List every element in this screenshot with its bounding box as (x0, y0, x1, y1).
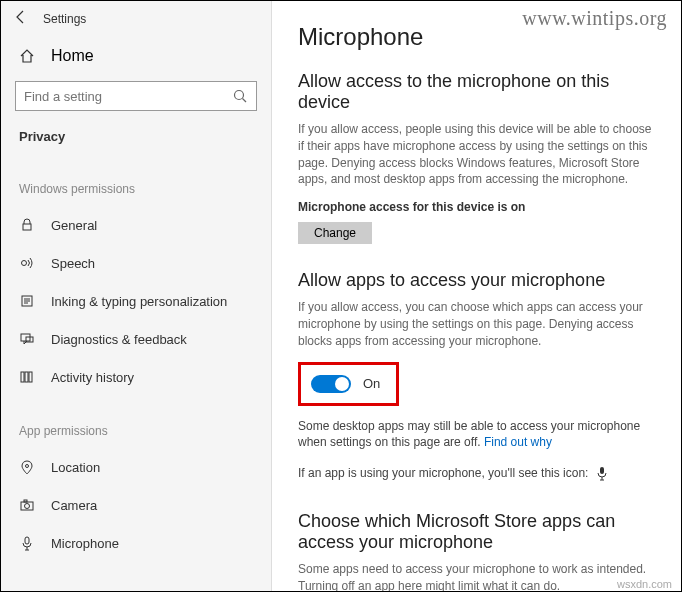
location-icon (19, 459, 35, 475)
arrow-left-icon (13, 9, 29, 25)
sidebar-item-diagnostics[interactable]: Diagnostics & feedback (1, 320, 271, 358)
svg-rect-17 (25, 537, 29, 544)
allow-apps-toggle[interactable] (311, 375, 351, 393)
microphone-icon (19, 535, 35, 551)
feedback-icon (19, 331, 35, 347)
nav-label: Location (51, 460, 100, 475)
home-nav[interactable]: Home (1, 37, 271, 75)
category-label: Privacy (1, 121, 271, 154)
svg-point-3 (22, 261, 27, 266)
window-title: Settings (43, 12, 86, 26)
sidebar-item-activity[interactable]: Activity history (1, 358, 271, 396)
mic-indicator-note: If an app is using your microphone, you'… (298, 465, 655, 481)
svg-rect-16 (24, 500, 27, 502)
allow-apps-toggle-row: On (298, 362, 399, 406)
speech-icon (19, 255, 35, 271)
svg-rect-18 (600, 467, 604, 474)
sidebar-item-general[interactable]: General (1, 206, 271, 244)
find-out-why-link[interactable]: Find out why (484, 435, 552, 449)
desktop-apps-note: Some desktop apps may still be able to a… (298, 418, 655, 452)
section2-desc: If you allow access, you can choose whic… (298, 299, 655, 349)
nav-label: Speech (51, 256, 95, 271)
footer-host: wsxdn.com (617, 578, 672, 590)
lock-icon (19, 217, 35, 233)
section1-title: Allow access to the microphone on this d… (298, 71, 655, 113)
sidebar-item-microphone[interactable]: Microphone (1, 524, 271, 562)
activity-icon (19, 369, 35, 385)
sidebar: Settings Home Privacy Windows permission… (1, 1, 271, 591)
sidebar-item-speech[interactable]: Speech (1, 244, 271, 282)
titlebar: Settings (1, 1, 271, 37)
section2-title: Allow apps to access your microphone (298, 270, 655, 291)
camera-icon (19, 497, 35, 513)
change-button[interactable]: Change (298, 222, 372, 244)
home-icon (19, 48, 35, 64)
nav-label: Inking & typing personalization (51, 294, 227, 309)
svg-point-13 (26, 465, 29, 468)
section3-desc: Some apps need to access your microphone… (298, 561, 655, 591)
search-box[interactable] (15, 81, 257, 111)
section3-title: Choose which Microsoft Store apps can ac… (298, 511, 655, 553)
nav-label: Diagnostics & feedback (51, 332, 187, 347)
mic-access-status: Microphone access for this device is on (298, 200, 655, 214)
search-input[interactable] (24, 89, 232, 104)
toggle-state-label: On (363, 376, 380, 391)
section-header-app: App permissions (1, 420, 271, 448)
back-button[interactable] (13, 9, 29, 29)
sidebar-item-camera[interactable]: Camera (1, 486, 271, 524)
svg-rect-11 (25, 372, 28, 382)
svg-line-1 (243, 99, 247, 103)
nav-label: Activity history (51, 370, 134, 385)
microphone-indicator-icon (594, 465, 610, 481)
svg-rect-2 (23, 224, 31, 230)
search-icon (232, 88, 248, 104)
nav-label: Microphone (51, 536, 119, 551)
watermark: www.wintips.org (522, 7, 667, 30)
section-header-windows: Windows permissions (1, 178, 271, 206)
sidebar-item-inking[interactable]: Inking & typing personalization (1, 282, 271, 320)
svg-rect-12 (29, 372, 32, 382)
svg-point-0 (235, 91, 244, 100)
nav-label: Camera (51, 498, 97, 513)
nav-label: General (51, 218, 97, 233)
home-label: Home (51, 47, 94, 65)
inking-icon (19, 293, 35, 309)
svg-rect-10 (21, 372, 24, 382)
section1-desc: If you allow access, people using this d… (298, 121, 655, 188)
svg-point-15 (25, 504, 30, 509)
main-content: www.wintips.org Microphone Allow access … (271, 1, 681, 591)
sidebar-item-location[interactable]: Location (1, 448, 271, 486)
